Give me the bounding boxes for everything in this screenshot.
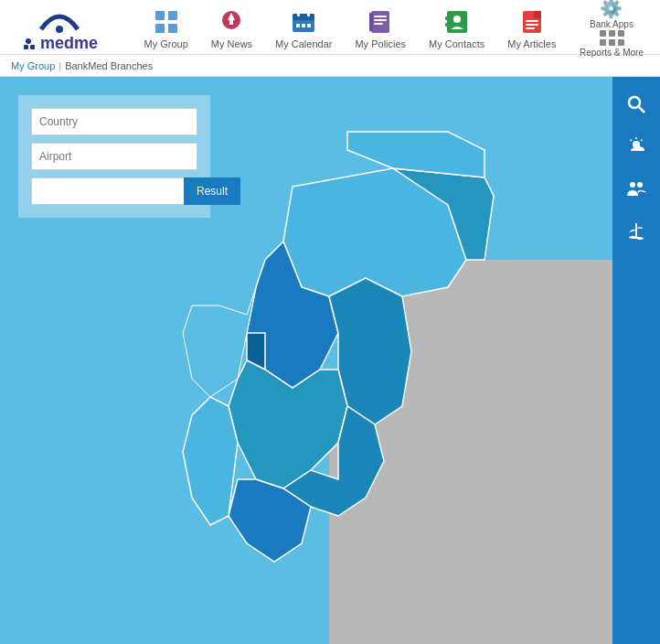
nav-item-my-calendar[interactable]: My Calendar — [266, 2, 341, 53]
nav-label-my-policies: My Policies — [355, 38, 406, 49]
right-sidebar — [612, 77, 660, 644]
svg-rect-12 — [293, 14, 314, 20]
svg-rect-29 — [526, 20, 538, 22]
filter-row: Result — [31, 177, 197, 205]
svg-point-47 — [630, 182, 635, 188]
svg-rect-33 — [609, 30, 615, 37]
filter-box: Result — [18, 95, 210, 218]
country-input[interactable] — [31, 108, 197, 135]
svg-point-48 — [637, 182, 643, 188]
sub-header-my-group[interactable]: My Group — [11, 60, 55, 71]
sidebar-beach-btn[interactable] — [616, 210, 656, 251]
sub-header-separator: | — [59, 60, 61, 71]
svg-point-3 — [26, 38, 31, 44]
nav-label-my-articles: My Articles — [507, 38, 556, 49]
main-content: Result — [0, 77, 660, 644]
my-articles-icon — [516, 5, 548, 38]
svg-rect-10 — [229, 20, 233, 25]
my-calendar-icon — [287, 5, 320, 38]
logo-icon — [37, 2, 82, 34]
sub-header-branch: BankMed Branches — [65, 60, 153, 71]
sidebar-search-btn[interactable] — [616, 84, 656, 124]
bank-apps-menu[interactable]: ⚙️ Bank Apps Reports & More — [572, 0, 651, 61]
nav-item-my-contacts[interactable]: My Contacts — [420, 2, 494, 53]
svg-rect-5 — [168, 11, 177, 20]
logo-text: medme — [21, 34, 98, 53]
svg-rect-22 — [369, 13, 373, 31]
sidebar-people-btn[interactable] — [616, 168, 656, 209]
header: medme My Group — [0, 0, 660, 55]
airport-input[interactable] — [31, 143, 197, 170]
svg-rect-20 — [374, 19, 387, 21]
people-icon — [625, 177, 647, 199]
svg-rect-15 — [296, 24, 300, 27]
svg-rect-25 — [445, 23, 448, 27]
nav-label-my-contacts: My Contacts — [429, 38, 484, 49]
my-policies-icon — [364, 5, 397, 38]
result-button[interactable]: Result — [184, 177, 240, 205]
bank-apps-label: Bank Apps — [590, 19, 633, 29]
svg-rect-16 — [302, 24, 305, 27]
svg-rect-4 — [155, 11, 165, 20]
svg-rect-24 — [445, 16, 448, 20]
apps-grid-icon — [599, 29, 624, 48]
my-news-icon — [215, 5, 248, 38]
svg-rect-37 — [618, 39, 624, 46]
svg-rect-7 — [168, 24, 177, 33]
svg-rect-18 — [371, 11, 389, 33]
search-icon — [625, 93, 647, 115]
svg-rect-28 — [534, 11, 541, 18]
svg-rect-1 — [24, 45, 28, 49]
svg-point-0 — [56, 26, 63, 33]
svg-point-41 — [629, 97, 640, 108]
svg-rect-2 — [30, 45, 35, 49]
svg-rect-13 — [297, 11, 300, 16]
svg-line-46 — [631, 140, 633, 142]
beach-icon — [625, 220, 647, 242]
nav-item-my-policies[interactable]: My Policies — [346, 2, 415, 53]
nav-label-my-calendar: My Calendar — [275, 38, 332, 49]
person-icon — [21, 35, 37, 51]
reports-label: Reports & More — [580, 48, 644, 58]
svg-rect-14 — [307, 11, 310, 16]
svg-rect-31 — [526, 27, 535, 29]
svg-rect-36 — [609, 39, 615, 46]
nav-item-my-articles[interactable]: My Articles — [498, 2, 565, 53]
sidebar-weather-btn[interactable] — [616, 126, 656, 166]
svg-rect-21 — [374, 23, 383, 25]
my-group-icon — [150, 5, 183, 38]
svg-rect-6 — [155, 24, 165, 33]
svg-line-45 — [641, 140, 643, 142]
logo-area: medme — [9, 2, 110, 53]
nav-bar: My Group My News — [128, 2, 572, 53]
nav-label-my-news: My News — [211, 38, 252, 49]
nav-item-my-group[interactable]: My Group — [135, 2, 197, 53]
svg-rect-35 — [600, 39, 606, 46]
svg-rect-32 — [600, 30, 606, 37]
weather-icon — [625, 135, 647, 157]
svg-rect-30 — [526, 24, 538, 26]
left-panel: Result — [0, 77, 612, 644]
svg-rect-17 — [307, 24, 311, 27]
svg-rect-19 — [374, 16, 387, 17]
svg-rect-34 — [618, 30, 624, 37]
filter-text-input[interactable] — [31, 177, 184, 205]
gear-icon: ⚙️ — [600, 0, 623, 19]
my-contacts-icon — [441, 5, 474, 38]
nav-label-my-group: My Group — [144, 38, 188, 49]
sub-header: My Group | BankMed Branches — [0, 55, 660, 77]
svg-point-26 — [453, 16, 461, 23]
svg-line-42 — [639, 107, 644, 113]
nav-item-my-news[interactable]: My News — [202, 2, 261, 53]
